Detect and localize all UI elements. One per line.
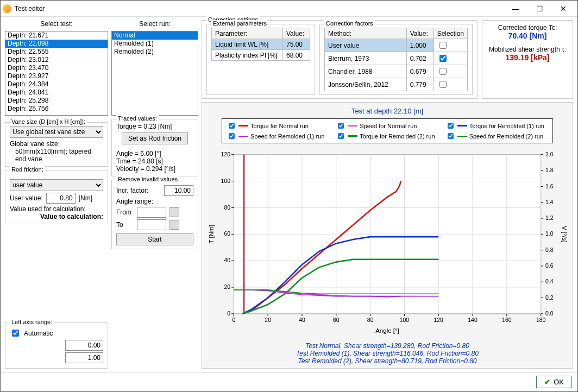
check-icon: ✔ [544,378,550,386]
svg-text:0.6: 0.6 [545,263,554,269]
minimize-button[interactable]: — [504,1,527,16]
traced-group: Traced values: [116,115,159,122]
vane-size-group: Vane size (D [cm] x H [cm]): [10,118,87,125]
traced-velocity: Velocity = 0.294 [°/s] [116,165,193,173]
svg-text:40: 40 [299,317,305,323]
traced-time: Time = 24.80 [s] [116,157,193,165]
tc-value: 70.40 [Nm] [487,31,568,40]
test-item[interactable]: Depth: 24.841 [5,88,108,97]
svg-text:40: 40 [224,257,230,263]
correction-factors-group: Correction factors [324,20,375,27]
from-input[interactable] [137,207,166,218]
automatic-checkbox[interactable]: Automatic [10,328,103,338]
window-title: Test editor [15,5,45,12]
svg-text:20: 20 [224,284,230,290]
global-vane-label: Global vane size: [10,140,103,148]
from-pick-button[interactable] [169,207,179,217]
automatic-cb[interactable] [12,330,19,337]
ok-button[interactable]: ✔ OK [536,376,572,388]
chart-panel: Test at depth 22.10 [m] Torque for Norma… [202,102,573,369]
axis-max-input[interactable] [65,352,103,363]
svg-text:0.4: 0.4 [545,279,554,284]
test-item[interactable]: Depth: 24.384 [5,80,108,88]
svg-text:120: 120 [434,317,443,323]
titlebar: Test editor — ☐ ✕ [1,1,577,17]
test-item[interactable]: Depth: 23.927 [5,72,108,80]
test-item[interactable]: Depth: 23.470 [5,64,108,72]
svg-text:60: 60 [224,231,230,237]
mob-label: Mobilized shear strength τ: [487,46,568,53]
app-icon [3,4,11,13]
svg-text:60: 60 [333,317,340,323]
test-item[interactable]: Depth: 21.671 [5,31,108,40]
legend-checkbox[interactable] [448,123,454,129]
run-item[interactable]: Normal [112,31,198,40]
svg-text:100: 100 [221,178,231,184]
chart-legend: Torque for Normal runSpeed for Normal ru… [222,118,553,143]
run-item[interactable]: Remolded (2) [112,48,198,56]
tc-label: Corrected torque Tc: [487,24,568,31]
svg-text:100: 100 [400,317,410,323]
svg-text:160: 160 [502,317,512,323]
svg-text:0: 0 [232,317,235,323]
svg-text:1.0: 1.0 [545,231,554,237]
angle-range-label: Angle range: [116,198,193,205]
svg-text:120: 120 [221,151,231,157]
user-value-input[interactable] [46,193,76,204]
to-label: To [116,221,134,229]
user-value-unit: [Nm] [79,194,92,202]
factor-checkbox[interactable] [439,55,447,62]
svg-text:1.8: 1.8 [545,167,554,173]
legend-checkbox[interactable] [448,133,454,139]
test-item[interactable]: Depth: 22.555 [5,48,108,56]
svg-text:180: 180 [536,317,546,323]
run-listbox[interactable]: NormalRemolded (1)Remolded (2) [111,31,198,116]
from-label: From [116,208,134,216]
remove-invalid-group: Remove invalid values [116,176,179,182]
legend-checkbox[interactable] [229,123,235,129]
start-button[interactable]: Start [116,233,193,245]
chart-title: Test at depth 22.10 [m] [205,107,569,115]
chart-svg: 0204060801001201401601800204060801001200… [205,146,569,340]
close-button[interactable]: ✕ [551,1,575,16]
maximize-button[interactable]: ☐ [527,1,551,16]
test-item[interactable]: Depth: 25.756 [5,105,108,113]
svg-text:80: 80 [367,317,374,323]
svg-text:1.6: 1.6 [545,184,554,189]
factor-checkbox[interactable] [439,68,447,75]
traced-torque: Torque = 0.23 [Nm] [116,123,193,130]
incr-factor-input[interactable] [164,185,193,196]
vane-size-combo[interactable]: Use global test vane size [10,126,103,138]
svg-text:1.4: 1.4 [545,199,554,205]
svg-text:2.0: 2.0 [545,151,554,157]
user-value-label: User value: [10,194,43,202]
svg-text:20: 20 [265,317,271,323]
rod-friction-group: Rod friction: [10,166,45,173]
test-item[interactable]: Depth: 25.298 [5,97,108,105]
factor-checkbox[interactable] [439,81,447,88]
test-item[interactable]: Depth: 23.012 [5,56,108,64]
svg-text:0: 0 [227,311,230,317]
axis-min-input[interactable] [65,340,103,351]
run-item[interactable]: Remolded (1) [112,40,198,48]
left-axis-group: Left axis range: [10,319,54,325]
svg-text:0.8: 0.8 [545,247,554,253]
select-run-label: Select run: [111,20,198,28]
set-rod-friction-button[interactable]: Set as Rod friction [122,132,188,144]
factor-checkbox[interactable] [439,42,447,49]
to-pick-button[interactable] [169,220,179,230]
correction-factors-table: Method: Value: Selection User value1.000… [324,28,468,91]
test-listbox[interactable]: Depth: 21.671Depth: 22.098Depth: 22.555D… [5,31,108,116]
svg-text:0.2: 0.2 [545,295,554,301]
calc-label: Value used for calculation: [10,205,103,213]
ext-params-group: External parameters [211,20,268,27]
svg-text:V [°/s]: V [°/s] [561,226,568,243]
mob-value: 139.19 [kPa] [487,53,568,62]
to-input[interactable] [137,219,166,230]
global-vane-value: 50[mm]x110[mm]; tapered end vane [10,148,103,163]
legend-checkbox[interactable] [338,123,344,129]
legend-checkbox[interactable] [229,133,235,139]
test-item[interactable]: Depth: 22.098 [5,40,108,48]
legend-checkbox[interactable] [338,133,344,139]
rod-friction-combo[interactable]: user value [10,179,103,191]
